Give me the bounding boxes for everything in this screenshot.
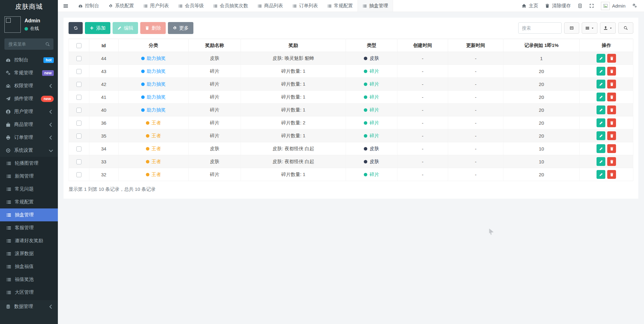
row-delete-button[interactable]: [607, 54, 616, 63]
topnav-tab[interactable]: 订单列表: [288, 0, 323, 12]
category-label[interactable]: 助力抽奖: [147, 68, 166, 74]
columns-button[interactable]: [582, 22, 597, 34]
docs-button[interactable]: [578, 3, 582, 8]
sidebar-item[interactable]: 用户管理: [0, 105, 58, 118]
row-checkbox[interactable]: [76, 108, 81, 113]
row-delete-button[interactable]: [607, 170, 616, 179]
export-button[interactable]: [600, 22, 616, 34]
row-edit-button[interactable]: [597, 105, 605, 114]
topnav-tab[interactable]: 会员等级: [174, 0, 208, 12]
row-select-cell: [69, 168, 89, 181]
row-checkbox[interactable]: [76, 134, 81, 139]
row-delete-button[interactable]: [607, 118, 616, 127]
topnav-tab[interactable]: 会员抽奖次数: [208, 0, 253, 12]
row-checkbox[interactable]: [76, 82, 81, 87]
row-delete-button[interactable]: [607, 131, 616, 140]
row-delete-button[interactable]: [607, 105, 616, 114]
sidebar-subitem[interactable]: 抽盒管理: [0, 208, 58, 221]
sidebar-subitem[interactable]: 抽盒福值: [0, 260, 58, 273]
column-header[interactable]: 类型: [346, 39, 397, 52]
more-button[interactable]: 更多: [168, 22, 193, 34]
prize-cell: 碎片数量: 1: [241, 65, 346, 78]
column-header[interactable]: 记录例如 1即1%: [503, 39, 580, 52]
row-edit-button[interactable]: [597, 157, 605, 166]
category-label[interactable]: 助力抽奖: [147, 55, 166, 61]
row-edit-button[interactable]: [597, 54, 605, 63]
user-menu[interactable]: Admin: [601, 2, 625, 10]
row-checkbox[interactable]: [76, 95, 81, 100]
sidebar-subitem[interactable]: 轮播图管理: [0, 157, 58, 170]
sidebar-item[interactable]: 权限管理: [0, 79, 58, 92]
menu-search-input[interactable]: [8, 41, 45, 47]
sidebar-item[interactable]: 订单管理: [0, 131, 58, 144]
row-checkbox[interactable]: [76, 159, 81, 164]
row-delete-button[interactable]: [607, 157, 616, 166]
add-button[interactable]: 添加: [85, 22, 110, 34]
row-delete-button[interactable]: [607, 80, 616, 88]
category-label[interactable]: 助力抽奖: [147, 107, 166, 113]
row-checkbox[interactable]: [76, 146, 81, 151]
column-header[interactable]: 创建时间: [397, 39, 448, 52]
column-header[interactable]: Id: [89, 39, 118, 52]
row-edit-button[interactable]: [597, 144, 605, 153]
category-label[interactable]: 王者: [152, 146, 161, 152]
row-checkbox[interactable]: [76, 121, 81, 126]
row-checkbox[interactable]: [76, 69, 81, 74]
sidebar-item[interactable]: 常规管理new: [0, 66, 58, 79]
delete-button[interactable]: 删除: [140, 22, 166, 34]
row-edit-button[interactable]: [597, 131, 605, 140]
topnav-tab[interactable]: 抽盒管理: [358, 0, 393, 12]
row-edit-button[interactable]: [597, 80, 605, 88]
column-header[interactable]: 分类: [118, 39, 188, 52]
sidebar-item[interactable]: 插件管理new: [0, 92, 58, 105]
column-header[interactable]: 奖励名称: [188, 39, 241, 52]
row-delete-button[interactable]: [607, 67, 616, 76]
category-label[interactable]: 助力抽奖: [147, 81, 166, 87]
sidebar-subitem[interactable]: 客服管理: [0, 221, 58, 234]
clear-cache-link[interactable]: 清除缓存: [545, 3, 571, 9]
topnav-tab[interactable]: 用户列表: [139, 0, 174, 12]
edit-button[interactable]: 编辑: [113, 22, 138, 34]
topnav-tab[interactable]: 系统配置: [104, 0, 139, 12]
category-dot-icon: [141, 95, 145, 99]
sidebar-item[interactable]: 控制台hot: [0, 54, 58, 66]
fullscreen-button[interactable]: [589, 3, 594, 8]
topnav-tab[interactable]: 商品列表: [253, 0, 288, 12]
row-checkbox[interactable]: [76, 172, 81, 177]
row-delete-button[interactable]: [607, 93, 616, 101]
sidebar-subitem[interactable]: 福值奖池: [0, 273, 58, 286]
topnav-tab[interactable]: 控制台: [74, 0, 104, 12]
column-header[interactable]: 更新时间: [448, 39, 503, 52]
category-label[interactable]: 助力抽奖: [147, 94, 166, 100]
topnav-tab[interactable]: 常规配置: [323, 0, 358, 12]
row-edit-button[interactable]: [597, 118, 605, 127]
settings-button[interactable]: [632, 3, 637, 8]
category-label[interactable]: 王者: [152, 120, 161, 126]
refresh-button[interactable]: [69, 22, 83, 34]
sidebar-item[interactable]: 商品管理: [0, 118, 58, 131]
row-delete-button[interactable]: [607, 144, 616, 153]
sidebar-subitem[interactable]: 常见问题: [0, 183, 58, 196]
row-edit-button[interactable]: [597, 93, 605, 101]
column-header[interactable]: 奖励: [241, 39, 346, 52]
search-button[interactable]: [618, 22, 633, 34]
column-header[interactable]: 操作: [580, 39, 633, 52]
sidebar-subitem[interactable]: 大区管理: [0, 286, 58, 299]
toggle-view-button[interactable]: [564, 22, 579, 34]
sidebar-subitem[interactable]: 滚屏数据: [0, 247, 58, 260]
category-label[interactable]: 王者: [152, 159, 161, 165]
sidebar-subitem[interactable]: 邀请好友奖励: [0, 234, 58, 247]
sidebar-subitem[interactable]: 新闻管理: [0, 170, 58, 183]
row-edit-button[interactable]: [597, 170, 605, 179]
sidebar-item[interactable]: 数据管理: [0, 300, 58, 313]
category-label[interactable]: 王者: [152, 172, 161, 178]
category-label[interactable]: 王者: [152, 133, 161, 139]
menu-toggle-button[interactable]: [58, 0, 74, 12]
sidebar-subitem[interactable]: 常规配置: [0, 196, 58, 208]
select-all-checkbox[interactable]: [76, 43, 81, 48]
row-edit-button[interactable]: [597, 67, 605, 76]
home-link[interactable]: 主页: [522, 3, 538, 9]
row-checkbox[interactable]: [76, 56, 81, 61]
sidebar-item[interactable]: 系统设置: [0, 144, 58, 157]
table-search-input[interactable]: [518, 22, 562, 34]
